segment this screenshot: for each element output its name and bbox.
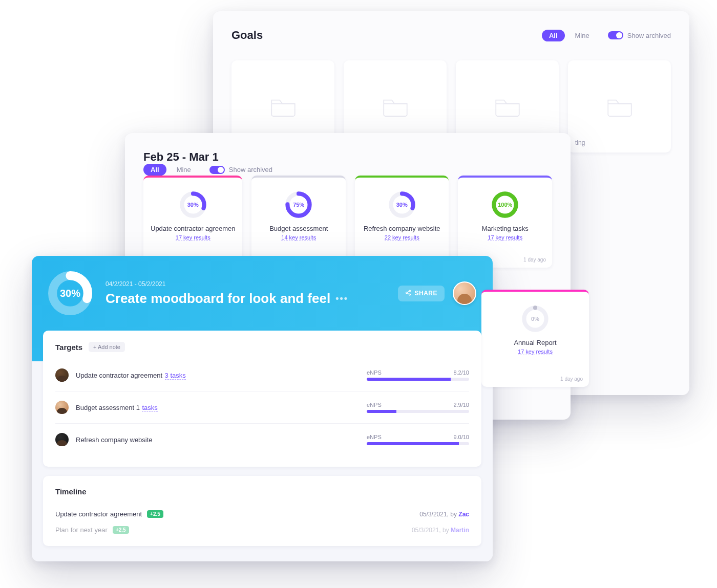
filter-segment: All Mine xyxy=(143,164,198,176)
filter-mine[interactable]: Mine xyxy=(170,164,198,176)
progress-ring: 30% xyxy=(388,191,416,219)
goal-name: Update contractor agreemen xyxy=(151,225,235,232)
timeline-meta: 05/3/2021, by Zac xyxy=(419,511,469,518)
assignee-avatar[interactable] xyxy=(55,368,69,382)
goal-meta[interactable]: 22 key results xyxy=(385,234,419,241)
enps-bar xyxy=(367,410,469,413)
targets-head: Targets + Add note xyxy=(55,342,469,352)
goal-card[interactable]: 30% Update contractor agreemen 17 key re… xyxy=(143,176,242,268)
enps-score: 9.0/10 xyxy=(453,434,469,440)
goal-card[interactable]: 30% Refresh company website 22 key resul… xyxy=(355,176,449,268)
tasks-link[interactable]: tasks xyxy=(142,404,157,412)
enps-score: 2.9/10 xyxy=(453,402,469,408)
goal-meta[interactable]: 17 key results xyxy=(176,234,210,241)
timeline-list: Update contractor agreement +2.5 05/3/20… xyxy=(55,503,469,535)
goal-card[interactable]: 100% Marketing tasks 17 key results 1 da… xyxy=(458,176,552,268)
timeline-by[interactable]: Martin xyxy=(451,527,469,534)
timeline-delta: +2.5 xyxy=(113,526,129,534)
goal-row: 30% Update contractor agreemen 17 key re… xyxy=(143,176,552,268)
folder-caption: ting xyxy=(575,139,585,146)
goal-detail-actions: SHARE xyxy=(398,281,476,305)
enps-bar xyxy=(367,378,469,381)
timeline-row: Plan for next year +2.5 05/3/2021, by Ma… xyxy=(55,519,469,535)
archived-toggle[interactable] xyxy=(608,31,623,39)
owner-avatar[interactable] xyxy=(453,281,476,305)
share-icon xyxy=(405,290,411,297)
archived-toggle-row: Show archived xyxy=(209,166,272,174)
progress-value: 30% xyxy=(48,271,92,315)
timeline-title: Update contractor agreement xyxy=(55,510,142,518)
target-title-wrap: Refresh company website xyxy=(76,435,153,444)
filter-segment: All Mine xyxy=(542,30,597,41)
folder-icon xyxy=(381,93,410,120)
progress-ring: 30% xyxy=(48,271,92,315)
goals-header: Goals All Mine Show archived xyxy=(231,29,671,42)
filter-mine[interactable]: Mine xyxy=(568,30,597,41)
target-title-wrap: Update contractor agreement 3 tasks xyxy=(76,371,186,380)
tasks-link[interactable]: 3 tasks xyxy=(165,372,186,380)
enps-bar xyxy=(367,442,469,445)
target-row: Refresh company website eNPS 9.0/10 xyxy=(55,423,469,455)
filter-all[interactable]: All xyxy=(143,164,166,176)
progress-value: 100% xyxy=(491,191,519,219)
weekly-header: Feb 25 - Mar 1 All Mine Show archived xyxy=(143,150,552,176)
folder-icon xyxy=(605,93,634,120)
progress-ring: 100% xyxy=(491,191,519,219)
goal-meta[interactable]: 17 key results xyxy=(518,349,553,355)
enps-label: eNPS xyxy=(367,369,382,376)
target-title-wrap: Budget assessment 1 tasks xyxy=(76,403,158,412)
share-label: SHARE xyxy=(414,290,437,297)
goal-card[interactable]: 75% Budget assessment 14 key results xyxy=(251,176,346,268)
target-row: Budget assessment 1 tasks eNPS 2.9/10 xyxy=(55,391,469,423)
enps-meter: eNPS 2.9/10 xyxy=(367,402,469,413)
assignee-avatar[interactable] xyxy=(55,433,69,446)
progress-value: 0% xyxy=(521,305,549,333)
timeline-row: Update contractor agreement +2.5 05/3/20… xyxy=(55,503,469,519)
date-range-title: Feb 25 - Mar 1 xyxy=(143,150,552,164)
targets-card: Targets + Add note Update contractor agr… xyxy=(43,331,481,467)
enps-score: 8.2/10 xyxy=(453,369,469,376)
timeline-by[interactable]: Zac xyxy=(458,511,469,518)
goal-title: Create moodboard for look and feel ••• xyxy=(106,291,348,307)
assignee-avatar[interactable] xyxy=(55,401,69,414)
goal-name: Annual Report xyxy=(489,339,582,346)
folder-icon xyxy=(269,93,298,120)
archived-label: Show archived xyxy=(229,166,272,173)
archived-label: Show archived xyxy=(627,32,671,39)
timeline-card: Timeline Update contractor agreement +2.… xyxy=(43,476,481,546)
timeline-title: Plan for next year xyxy=(55,526,108,534)
goal-meta[interactable]: 17 key results xyxy=(488,234,522,241)
folder-card[interactable]: ting xyxy=(568,60,671,153)
target-title: Budget assessment 1 xyxy=(76,404,140,411)
target-title: Refresh company website xyxy=(76,436,153,444)
goal-timestamp: 1 day ago xyxy=(523,257,546,263)
archived-toggle[interactable] xyxy=(209,166,225,174)
goal-overflow-column: 0% Annual Report 17 key results 1 day ag… xyxy=(481,290,589,387)
targets-list: Update contractor agreement 3 tasks eNPS… xyxy=(55,359,469,455)
goal-daterange: 04/2/2021 - 05/2/2021 xyxy=(106,280,348,288)
add-note-button[interactable]: + Add note xyxy=(89,342,125,352)
goal-meta[interactable]: 14 key results xyxy=(281,234,316,241)
goals-header-controls: All Mine Show archived xyxy=(542,30,671,41)
targets-heading: Targets xyxy=(55,343,82,352)
goal-detail-window: 30% 04/2/2021 - 05/2/2021 Create moodboa… xyxy=(32,256,493,561)
goal-card[interactable]: 0% Annual Report 17 key results 1 day ag… xyxy=(481,290,589,387)
enps-label: eNPS xyxy=(367,434,382,440)
goal-detail-heading: 04/2/2021 - 05/2/2021 Create moodboard f… xyxy=(106,280,348,307)
weekly-header-controls: All Mine Show archived xyxy=(143,164,552,176)
filter-all[interactable]: All xyxy=(542,30,565,41)
page-title: Goals xyxy=(231,29,263,42)
enps-meter: eNPS 9.0/10 xyxy=(367,434,469,445)
archived-toggle-row: Show archived xyxy=(608,31,671,39)
goal-name: Refresh company website xyxy=(362,225,442,232)
more-icon[interactable]: ••• xyxy=(335,293,348,304)
progress-value: 30% xyxy=(179,191,207,219)
timeline-heading: Timeline xyxy=(55,487,87,496)
progress-value: 75% xyxy=(285,191,312,219)
share-button[interactable]: SHARE xyxy=(398,286,445,301)
enps-label: eNPS xyxy=(367,402,382,408)
enps-meter: eNPS 8.2/10 xyxy=(367,369,469,381)
goal-detail-body: Targets + Add note Update contractor agr… xyxy=(32,331,493,561)
timeline-head: Timeline xyxy=(55,487,469,496)
goal-name: Marketing tasks xyxy=(465,225,545,232)
